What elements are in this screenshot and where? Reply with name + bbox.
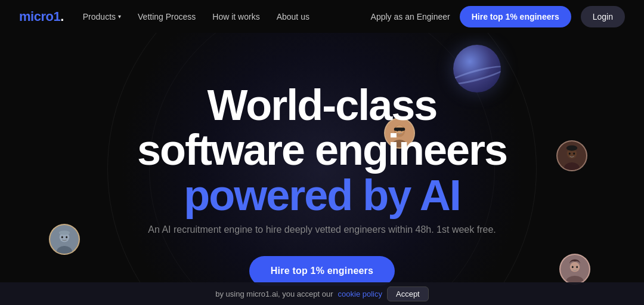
cookie-banner: by using micro1.ai, you accept our cooki… xyxy=(0,282,644,305)
cookie-text: by using micro1.ai, you accept our xyxy=(215,289,333,298)
about-link[interactable]: About us xyxy=(277,12,309,21)
svg-point-12 xyxy=(566,145,577,150)
hero-subtitle: An AI recruitment engine to hire deeply … xyxy=(137,223,507,237)
accept-cookie-button[interactable]: Accept xyxy=(387,286,429,301)
logo-text: micro1 xyxy=(19,9,60,24)
products-label: Products xyxy=(83,12,116,21)
avatar-engineer-4 xyxy=(559,254,590,285)
nav-left: micro1. Products ▾ Vetting Process How i… xyxy=(19,9,309,24)
hero-content: World-class software engineers powered b… xyxy=(137,83,507,286)
cookie-policy-link[interactable]: cookie policy xyxy=(338,289,382,298)
svg-point-11 xyxy=(573,152,575,155)
hero-cta-button[interactable]: Hire top 1% engineers xyxy=(249,256,395,286)
svg-point-23 xyxy=(576,266,578,268)
hire-engineers-button[interactable]: Hire top 1% engineers xyxy=(460,6,571,27)
hero-title: World-class software engineers powered b… xyxy=(137,83,507,218)
logo[interactable]: micro1. xyxy=(19,9,64,24)
login-button[interactable]: Login xyxy=(581,6,625,27)
svg-point-22 xyxy=(572,266,574,268)
avatar-engineer-2 xyxy=(556,140,587,171)
svg-point-10 xyxy=(569,152,571,155)
apply-engineer-link[interactable]: Apply as an Engineer xyxy=(371,12,450,21)
svg-point-17 xyxy=(66,236,67,238)
chevron-down-icon: ▾ xyxy=(118,13,121,20)
how-it-works-link[interactable]: How it works xyxy=(212,12,259,21)
svg-point-18 xyxy=(59,230,70,235)
nav-right: Apply as an Engineer Hire top 1% enginee… xyxy=(371,6,625,27)
svg-point-16 xyxy=(61,236,63,238)
hero-section: World-class software engineers powered b… xyxy=(0,33,644,305)
nav-item-how[interactable]: How it works xyxy=(212,11,259,22)
nav-item-products[interactable]: Products ▾ xyxy=(83,12,121,21)
nav-item-about[interactable]: About us xyxy=(277,11,309,22)
navbar: micro1. Products ▾ Vetting Process How i… xyxy=(0,0,644,33)
vetting-link[interactable]: Vetting Process xyxy=(138,12,196,21)
avatar-engineer-3 xyxy=(49,224,80,255)
nav-links: Products ▾ Vetting Process How it works … xyxy=(83,11,309,22)
products-link[interactable]: Products ▾ xyxy=(83,12,121,21)
nav-item-vetting[interactable]: Vetting Process xyxy=(138,11,196,22)
